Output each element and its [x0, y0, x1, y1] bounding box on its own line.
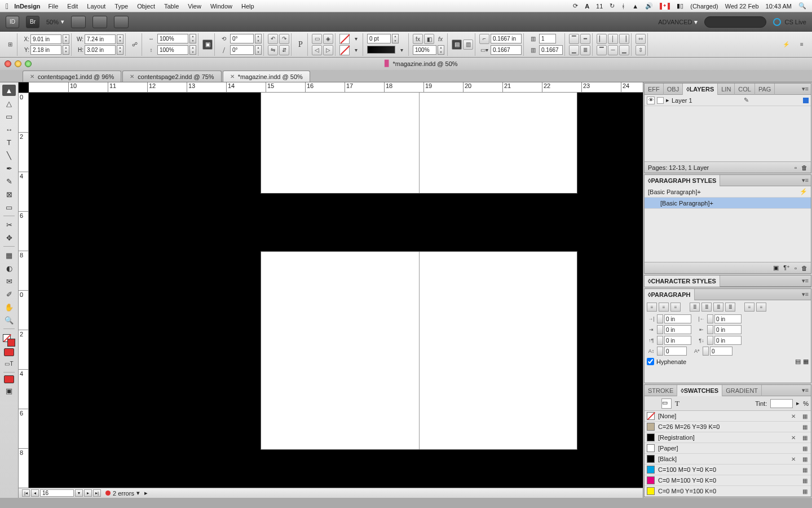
- align-toward-spine-button[interactable]: ≡: [744, 303, 754, 312]
- layer-row[interactable]: 👁 ▸ Layer 1 ✎: [645, 95, 811, 106]
- spotlight-icon[interactable]: 🔍: [798, 2, 806, 10]
- layer-name[interactable]: Layer 1: [672, 97, 692, 104]
- close-tab-icon[interactable]: ✕: [30, 73, 34, 80]
- align-left-button[interactable]: ≡: [647, 303, 657, 312]
- vertical-ruler[interactable]: 0 2 4 6 8 0 2 4 6 8: [19, 93, 29, 488]
- delete-layer-button[interactable]: 🗑: [801, 164, 807, 171]
- w-stepper[interactable]: ▲▼: [117, 34, 123, 44]
- window-traffic-lights[interactable]: [5, 60, 32, 67]
- align-top-button[interactable]: ▔: [597, 45, 607, 55]
- fill-swatch[interactable]: [339, 34, 350, 44]
- fit-content-button[interactable]: ▣: [202, 40, 213, 50]
- first-page-button[interactable]: |◂: [22, 489, 30, 497]
- page-dropdown-button[interactable]: ▾: [75, 489, 83, 497]
- style-item[interactable]: [Basic Paragraph]+: [645, 198, 811, 209]
- note-tool[interactable]: ✉: [2, 275, 16, 287]
- border-button[interactable]: ▦: [803, 358, 809, 365]
- tab-swatches[interactable]: ◊ SWATCHES: [677, 385, 722, 396]
- screen-mode-toggle[interactable]: ▣: [2, 385, 16, 396]
- rotate-cw-button[interactable]: ↷: [279, 34, 289, 44]
- tab-pages[interactable]: PAG: [755, 84, 775, 95]
- tint-field[interactable]: [770, 399, 793, 408]
- effects-button[interactable]: fx: [413, 34, 423, 44]
- flip-h-button[interactable]: ⇋: [268, 45, 278, 55]
- clear-overrides-button[interactable]: ¶⁺: [783, 264, 790, 271]
- visibility-toggle[interactable]: 👁: [647, 97, 655, 104]
- pasteboard[interactable]: [29, 93, 643, 488]
- y-stepper[interactable]: ▲▼: [63, 45, 69, 55]
- panel-menu-button[interactable]: ▾≡: [800, 177, 811, 184]
- x-stepper[interactable]: ▲▼: [63, 34, 69, 44]
- spread-bottom[interactable]: [261, 252, 577, 449]
- distribute-h-button[interactable]: ⇿: [636, 34, 646, 44]
- first-line-indent-field[interactable]: [664, 325, 691, 334]
- gutter-field[interactable]: [539, 45, 563, 55]
- doc-tab-0[interactable]: ✕contentspage1.indd @ 96%: [23, 71, 121, 82]
- swatch-row[interactable]: [None]✕▦: [645, 411, 811, 422]
- dropcap-lines-field[interactable]: [664, 347, 687, 356]
- space-after-field[interactable]: [714, 336, 742, 345]
- align-hcenter-button[interactable]: │: [608, 34, 618, 44]
- panel-menu-button[interactable]: ▾≡: [800, 291, 811, 298]
- fill-stroke-proxy[interactable]: [3, 334, 15, 347]
- sync-icon[interactable]: ⟳: [573, 2, 578, 10]
- input-flag-icon[interactable]: [660, 3, 670, 10]
- tab-stroke[interactable]: STROKE: [645, 385, 677, 396]
- dropcap-chars-field[interactable]: [710, 347, 732, 356]
- hyphenate-checkbox[interactable]: [647, 358, 654, 365]
- select-content-button[interactable]: ◈: [323, 34, 333, 44]
- app-name[interactable]: InDesign: [14, 3, 40, 10]
- view-options-button[interactable]: [71, 16, 86, 28]
- screen-mode-button[interactable]: [92, 16, 107, 28]
- h-stepper[interactable]: ▲▼: [117, 45, 123, 55]
- menu-help[interactable]: Help: [241, 3, 254, 10]
- valign-justify-button[interactable]: ≣: [580, 45, 590, 55]
- quick-apply-icon[interactable]: ⚡: [781, 40, 791, 50]
- menu-file[interactable]: File: [48, 3, 59, 10]
- container-formatting-button[interactable]: ▭: [661, 398, 672, 409]
- close-tab-icon[interactable]: ✕: [230, 73, 235, 80]
- doc-tab-2[interactable]: ✕*magazine.indd @ 50%: [223, 71, 310, 82]
- shear-field[interactable]: [230, 45, 254, 55]
- justify-right-button[interactable]: ≣: [713, 303, 723, 312]
- new-style-button[interactable]: ▫: [795, 265, 797, 271]
- spread-top[interactable]: [261, 93, 577, 193]
- pen-target-icon[interactable]: ✎: [744, 97, 749, 104]
- page-field[interactable]: [40, 489, 74, 497]
- rectangle-frame-tool[interactable]: ⊠: [2, 189, 16, 200]
- tab-character-styles[interactable]: ◊ CHARACTER STYLES: [645, 275, 720, 287]
- text-formatting-button[interactable]: T: [675, 399, 679, 408]
- panel-menu-button[interactable]: ▾≡: [800, 85, 811, 93]
- swatch-row[interactable]: C=0 M=0 Y=100 K=0▦: [645, 486, 811, 497]
- justify-center-button[interactable]: ≣: [701, 303, 712, 312]
- align-right-button[interactable]: ≡: [670, 303, 681, 312]
- stroke-weight-field[interactable]: [367, 34, 391, 43]
- align-right-button[interactable]: ▕: [619, 34, 629, 44]
- delete-style-button[interactable]: 🗑: [801, 265, 807, 271]
- align-bottom-button[interactable]: ▁: [619, 45, 629, 55]
- drop-shadow-button[interactable]: ◧: [424, 34, 434, 44]
- panel-menu-icon[interactable]: ≡: [797, 40, 807, 50]
- align-center-button[interactable]: ≡: [659, 303, 669, 312]
- last-page-button[interactable]: ▸|: [93, 489, 101, 497]
- wifi-icon[interactable]: ▲: [632, 3, 638, 10]
- select-next-button[interactable]: ▷: [323, 45, 333, 55]
- formatting-text-toggle[interactable]: ▭T: [2, 358, 16, 369]
- valign-center-button[interactable]: ━: [580, 34, 590, 44]
- zoom-level[interactable]: 50% ▾: [46, 18, 64, 25]
- cs-live-button[interactable]: CS Live: [773, 18, 806, 26]
- arrange-docs-button[interactable]: [114, 16, 129, 28]
- select-container-button[interactable]: ▭: [312, 34, 322, 44]
- type-tool[interactable]: T: [2, 137, 16, 148]
- align-left-button[interactable]: ▏: [597, 34, 607, 44]
- battery-icon[interactable]: ▮▯: [677, 2, 683, 10]
- justify-left-button[interactable]: ≣: [690, 303, 700, 312]
- constrain-link-icon[interactable]: ☍: [130, 40, 140, 50]
- gap-h-field[interactable]: [491, 34, 522, 43]
- opacity-field[interactable]: [413, 45, 436, 55]
- close-window-button[interactable]: [5, 60, 11, 67]
- minimize-window-button[interactable]: [15, 60, 21, 67]
- y-field[interactable]: [30, 45, 61, 55]
- direct-selection-tool[interactable]: △: [2, 98, 16, 109]
- tab-color[interactable]: COL: [735, 84, 755, 95]
